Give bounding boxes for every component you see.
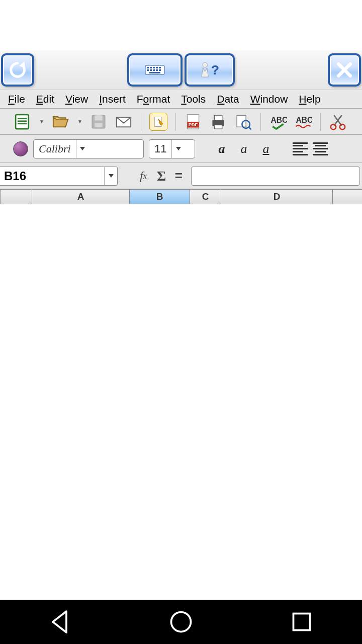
new-doc-dropdown[interactable]: ▼ [39, 119, 44, 124]
svg-rect-4 [156, 67, 158, 68]
svg-point-33 [331, 124, 336, 129]
svg-text:ABC: ABC [270, 116, 287, 124]
svg-rect-36 [294, 614, 310, 630]
col-header-D[interactable]: D [221, 189, 333, 204]
svg-rect-28 [214, 125, 222, 129]
open-dropdown[interactable]: ▼ [77, 119, 82, 124]
svg-point-35 [171, 612, 191, 632]
autospell-icon[interactable]: ABC [294, 113, 312, 131]
close-button[interactable] [328, 53, 361, 87]
recents-button[interactable] [287, 607, 317, 637]
name-box-value: B16 [0, 169, 104, 183]
font-name-value: Calibri [34, 142, 76, 155]
select-all-corner[interactable] [0, 189, 32, 204]
svg-rect-1 [147, 67, 149, 68]
cut-icon[interactable] [329, 113, 347, 131]
refresh-button[interactable] [1, 53, 34, 87]
menu-data[interactable]: Data [212, 91, 244, 107]
android-nav-bar [0, 600, 362, 644]
status-area [0, 0, 362, 50]
align-center-button[interactable] [313, 142, 328, 155]
col-header-C[interactable]: C [190, 189, 221, 204]
back-button[interactable] [45, 607, 75, 637]
formula-input[interactable] [191, 167, 360, 186]
sum-button[interactable]: Σ [157, 168, 166, 184]
svg-text:?: ? [211, 62, 219, 77]
styles-orb-icon[interactable] [13, 141, 28, 156]
menu-insert[interactable]: Insert [94, 91, 131, 107]
svg-point-12 [203, 62, 207, 67]
svg-rect-16 [18, 120, 27, 122]
col-header-E[interactable] [333, 189, 362, 204]
menu-file[interactable]: File [3, 91, 30, 107]
spreadsheet[interactable]: A B C D 1 2 3 4 5 6 7 8 9 10 11 12 13 [0, 189, 362, 204]
help-button[interactable]: ? [185, 53, 235, 87]
underline-button[interactable]: a [257, 140, 275, 157]
name-box[interactable]: B16 [0, 167, 118, 186]
svg-rect-20 [95, 123, 102, 127]
svg-rect-7 [150, 69, 152, 71]
pdf-icon[interactable]: PDF [184, 113, 202, 131]
chevron-down-icon[interactable] [171, 140, 185, 158]
function-wizard-button[interactable]: fx [135, 168, 152, 185]
menu-help[interactable]: Help [294, 91, 325, 107]
formula-bar: B16 fx Σ = [0, 163, 362, 189]
menu-view[interactable]: View [60, 91, 93, 107]
svg-point-34 [340, 124, 345, 129]
new-doc-icon[interactable] [13, 113, 31, 131]
mail-icon[interactable] [115, 113, 133, 131]
open-icon[interactable] [51, 113, 69, 131]
svg-rect-11 [149, 72, 160, 73]
menu-tools[interactable]: Tools [176, 91, 211, 107]
edit-doc-icon[interactable] [149, 113, 167, 131]
menu-bar: File Edit View Insert Format Tools Data … [0, 90, 362, 109]
svg-rect-15 [18, 118, 27, 119]
svg-rect-9 [156, 69, 158, 71]
align-left-button[interactable] [293, 142, 308, 155]
menu-format[interactable]: Format [132, 91, 175, 107]
menu-window[interactable]: Window [245, 91, 293, 107]
column-headers: A B C D [0, 189, 362, 204]
home-button[interactable] [166, 607, 196, 637]
svg-text:ABC: ABC [296, 116, 312, 124]
svg-rect-17 [18, 123, 27, 124]
font-size-combo[interactable]: 11 [149, 139, 195, 158]
bold-button[interactable]: a [213, 140, 230, 157]
italic-button[interactable]: a [235, 140, 252, 157]
spellcheck-icon[interactable]: ABC [269, 113, 287, 131]
svg-rect-10 [159, 69, 161, 71]
chevron-down-icon[interactable] [104, 167, 117, 185]
standard-toolbar: ▼ ▼ PDF ABC ABC [0, 109, 362, 135]
svg-rect-3 [153, 67, 155, 68]
font-size-value: 11 [149, 142, 171, 155]
system-toolbar: ? [0, 50, 362, 90]
formatting-toolbar: Calibri 11 a a a [0, 135, 362, 163]
font-name-combo[interactable]: Calibri [33, 139, 144, 158]
keyboard-button[interactable] [127, 53, 183, 87]
svg-rect-27 [214, 115, 222, 120]
save-icon[interactable] [89, 113, 108, 131]
svg-rect-2 [150, 67, 152, 68]
col-header-B[interactable]: B [130, 189, 190, 204]
menu-edit[interactable]: Edit [31, 91, 59, 107]
svg-rect-19 [95, 115, 102, 120]
svg-rect-5 [159, 67, 161, 68]
chevron-down-icon[interactable] [76, 140, 89, 158]
print-preview-icon[interactable] [234, 113, 252, 131]
print-icon[interactable] [209, 113, 227, 131]
col-header-A[interactable]: A [32, 189, 130, 204]
formula-equals-button[interactable]: = [171, 168, 186, 184]
svg-text:PDF: PDF [189, 122, 198, 127]
svg-rect-6 [147, 69, 149, 71]
svg-rect-8 [153, 69, 155, 71]
